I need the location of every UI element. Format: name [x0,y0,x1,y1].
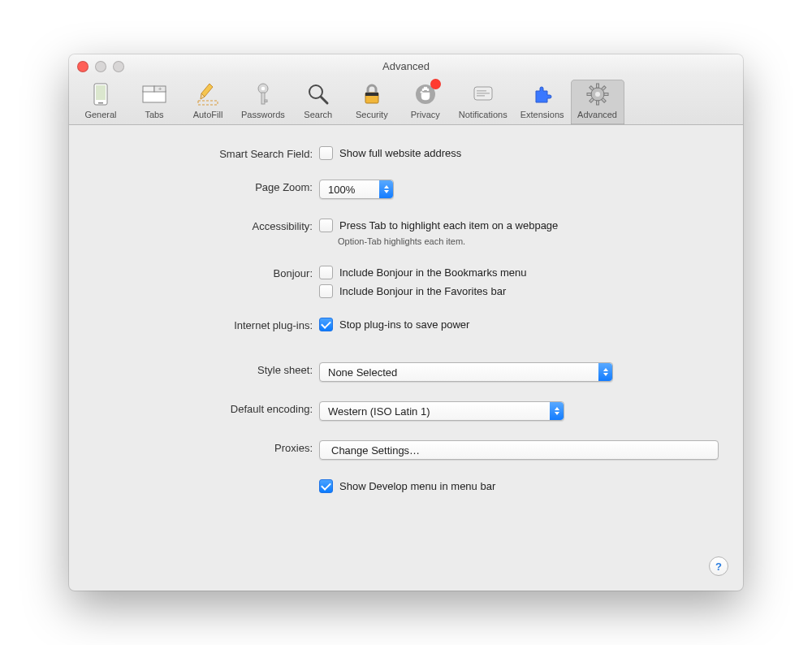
style-sheet-popup[interactable]: None Selected [319,362,613,382]
checkbox-label: Show full website address [339,147,461,159]
tab-label: Passwords [241,110,285,119]
popup-arrows-icon [598,363,612,381]
svg-text:+: + [158,85,162,93]
svg-rect-13 [265,100,267,102]
tab-label: Search [304,110,332,119]
extensions-icon [529,81,555,107]
tab-autofill[interactable]: AutoFill [181,80,235,124]
default-encoding-popup[interactable]: Western (ISO Latin 1) [319,401,564,421]
svg-rect-32 [601,98,606,103]
label-plugins: Internet plug-ins: [93,318,319,331]
content-pane: Smart Search Field: Show full website ad… [69,125,743,517]
notifications-icon [470,81,496,107]
checkbox-bonjour-bookmarks[interactable] [319,266,333,279]
checkbox-show-develop-menu[interactable] [319,479,333,493]
svg-rect-3 [143,91,166,102]
checkbox-label: Press Tab to highlight each item on a we… [339,219,558,232]
checkbox-label: Include Bonjour in the Favorites bar [339,285,506,297]
label-style-sheet: Style sheet: [93,362,319,376]
tab-advanced[interactable]: Advanced [571,80,624,124]
svg-rect-17 [365,93,378,96]
svg-point-11 [261,87,266,91]
change-settings-button[interactable]: Change Settings… [319,440,719,460]
minimize-traffic-light[interactable] [95,61,106,72]
svg-rect-26 [596,101,598,105]
gear-icon [585,81,611,107]
help-icon: ? [715,561,722,573]
label-accessibility: Accessibility: [93,219,319,232]
style-sheet-value: None Selected [320,366,404,379]
svg-rect-20 [477,90,486,92]
page-zoom-popup[interactable]: 100% [319,180,394,199]
help-button[interactable]: ? [709,556,728,576]
tab-notifications[interactable]: Notifications [452,80,514,124]
tab-tabs[interactable]: + Tabs [127,80,181,124]
label-proxies: Proxies: [93,440,319,454]
tab-label: AutoFill [193,110,223,119]
popup-arrows-icon [550,402,564,420]
preferences-toolbar: General + Tabs AutoFill Pas [69,75,743,125]
checkbox-stop-plugins[interactable] [319,318,333,331]
popup-arrows-icon [379,180,393,198]
close-traffic-light[interactable] [77,61,89,72]
svg-rect-22 [477,95,485,97]
tab-passwords[interactable]: Passwords [235,80,292,124]
tabs-icon: + [141,81,167,107]
tab-label: Tabs [145,110,163,119]
svg-rect-4 [143,86,154,92]
search-icon [305,81,331,107]
label-default-encoding: Default encoding: [93,401,319,415]
svg-rect-31 [589,86,594,91]
svg-rect-25 [596,84,598,88]
hand-icon [412,81,438,107]
tab-security[interactable]: Security [345,80,399,124]
tab-extensions[interactable]: Extensions [514,80,571,124]
tab-label: Notifications [459,110,508,119]
svg-point-24 [595,92,600,97]
tab-label: Advanced [577,110,617,119]
page-zoom-value: 100% [320,184,361,196]
general-icon [88,81,114,107]
default-encoding-value: Western (ISO Latin 1) [320,405,436,418]
zoom-traffic-light[interactable] [113,61,124,72]
lock-icon [359,81,385,107]
accessibility-note: Option-Tab highlights each item. [338,236,719,246]
label-smart-search: Smart Search Field: [93,146,319,160]
svg-rect-29 [601,86,606,91]
button-label: Change Settings… [331,444,420,457]
checkbox-label: Include Bonjour in the Bookmarks menu [339,266,527,279]
titlebar: Advanced [69,54,743,75]
svg-line-15 [321,97,327,103]
svg-rect-27 [587,93,591,96]
tab-label: Security [356,110,388,119]
svg-rect-7 [198,101,218,105]
label-page-zoom: Page Zoom: [93,180,319,193]
svg-rect-2 [96,85,106,100]
tab-search[interactable]: Search [292,80,345,124]
tab-label: General [84,110,116,119]
svg-rect-21 [477,93,490,94]
privacy-badge-icon [430,79,441,89]
tab-privacy[interactable]: Privacy [399,80,452,124]
window-title: Advanced [69,60,743,72]
key-icon [250,81,276,107]
tab-label: Extensions [520,110,564,119]
tab-label: Privacy [411,110,440,119]
pencil-icon [195,81,221,107]
checkbox-show-full-url[interactable] [319,146,333,160]
svg-rect-12 [261,93,265,104]
tab-general[interactable]: General [74,80,127,124]
checkbox-press-tab[interactable] [319,219,333,232]
checkbox-bonjour-favorites[interactable] [319,284,333,298]
checkbox-label: Stop plug-ins to save power [339,318,469,331]
svg-rect-28 [604,93,608,96]
svg-rect-30 [589,98,594,103]
preferences-window: Advanced General + Tabs [69,54,743,591]
svg-rect-1 [98,102,103,104]
checkbox-label: Show Develop menu in menu bar [339,480,495,492]
label-bonjour: Bonjour: [93,266,319,279]
